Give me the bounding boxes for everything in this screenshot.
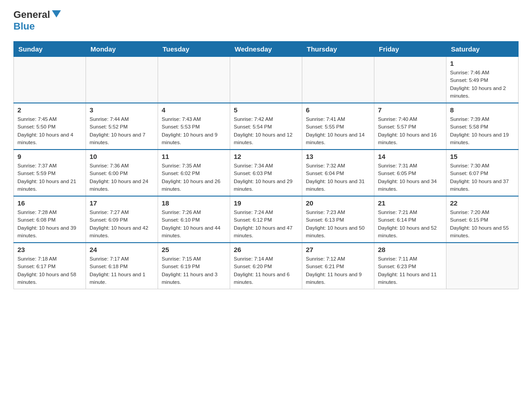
calendar-cell: 9Sunrise: 7:37 AMSunset: 5:59 PMDaylight… xyxy=(14,150,86,196)
calendar-cell: 13Sunrise: 7:32 AMSunset: 6:04 PMDayligh… xyxy=(302,150,374,196)
calendar-cell xyxy=(446,243,519,289)
calendar-cell: 3Sunrise: 7:44 AMSunset: 5:52 PMDaylight… xyxy=(86,103,158,150)
day-info: Sunrise: 7:17 AMSunset: 6:18 PMDaylight:… xyxy=(90,255,154,286)
calendar-cell xyxy=(158,57,230,103)
day-number: 24 xyxy=(90,246,154,253)
calendar-cell: 16Sunrise: 7:28 AMSunset: 6:08 PMDayligh… xyxy=(14,196,86,243)
day-info: Sunrise: 7:23 AMSunset: 6:13 PMDaylight:… xyxy=(306,209,370,240)
weekday-header-wednesday: Wednesday xyxy=(230,42,302,57)
calendar-cell: 20Sunrise: 7:23 AMSunset: 6:13 PMDayligh… xyxy=(302,196,374,243)
day-info: Sunrise: 7:30 AMSunset: 6:07 PMDaylight:… xyxy=(450,162,515,193)
day-info: Sunrise: 7:42 AMSunset: 5:54 PMDaylight:… xyxy=(234,116,298,146)
calendar-week-row: 2Sunrise: 7:45 AMSunset: 5:50 PMDaylight… xyxy=(14,103,519,150)
day-info: Sunrise: 7:18 AMSunset: 6:17 PMDaylight:… xyxy=(17,255,82,286)
day-number: 18 xyxy=(162,199,226,207)
calendar-cell: 23Sunrise: 7:18 AMSunset: 6:17 PMDayligh… xyxy=(14,243,86,289)
calendar-cell: 14Sunrise: 7:31 AMSunset: 6:05 PMDayligh… xyxy=(374,150,446,196)
calendar-cell: 4Sunrise: 7:43 AMSunset: 5:53 PMDaylight… xyxy=(158,103,230,150)
calendar-cell xyxy=(230,57,302,103)
page-header: General Blue xyxy=(13,9,519,32)
calendar-week-row: 1Sunrise: 7:46 AMSunset: 5:49 PMDaylight… xyxy=(14,57,519,103)
day-number: 3 xyxy=(90,106,154,114)
logo-general: General xyxy=(13,9,50,21)
day-number: 16 xyxy=(17,199,82,207)
day-number: 5 xyxy=(234,106,298,114)
calendar-cell: 25Sunrise: 7:15 AMSunset: 6:19 PMDayligh… xyxy=(158,243,230,289)
calendar-week-row: 9Sunrise: 7:37 AMSunset: 5:59 PMDaylight… xyxy=(14,150,519,196)
day-info: Sunrise: 7:32 AMSunset: 6:04 PMDaylight:… xyxy=(306,162,370,193)
day-number: 17 xyxy=(90,199,154,207)
weekday-header-row: SundayMondayTuesdayWednesdayThursdayFrid… xyxy=(14,42,519,57)
day-number: 26 xyxy=(234,246,298,253)
day-info: Sunrise: 7:36 AMSunset: 6:00 PMDaylight:… xyxy=(90,162,154,193)
logo-blue: Blue xyxy=(13,21,35,32)
day-info: Sunrise: 7:39 AMSunset: 5:58 PMDaylight:… xyxy=(450,116,515,146)
day-info: Sunrise: 7:37 AMSunset: 5:59 PMDaylight:… xyxy=(17,162,82,193)
calendar-cell: 10Sunrise: 7:36 AMSunset: 6:00 PMDayligh… xyxy=(86,150,158,196)
day-number: 9 xyxy=(17,153,82,160)
logo: General Blue xyxy=(13,9,61,32)
calendar-cell: 6Sunrise: 7:41 AMSunset: 5:55 PMDaylight… xyxy=(302,103,374,150)
calendar-week-row: 23Sunrise: 7:18 AMSunset: 6:17 PMDayligh… xyxy=(14,243,519,289)
calendar-cell: 11Sunrise: 7:35 AMSunset: 6:02 PMDayligh… xyxy=(158,150,230,196)
calendar-cell: 22Sunrise: 7:20 AMSunset: 6:15 PMDayligh… xyxy=(446,196,519,243)
calendar-cell xyxy=(86,57,158,103)
day-number: 6 xyxy=(306,106,370,114)
weekday-header-friday: Friday xyxy=(374,42,446,57)
day-info: Sunrise: 7:43 AMSunset: 5:53 PMDaylight:… xyxy=(162,116,226,146)
calendar-cell: 12Sunrise: 7:34 AMSunset: 6:03 PMDayligh… xyxy=(230,150,302,196)
weekday-header-saturday: Saturday xyxy=(446,42,519,57)
calendar-cell xyxy=(14,57,86,103)
day-number: 8 xyxy=(450,106,515,114)
calendar-table: SundayMondayTuesdayWednesdayThursdayFrid… xyxy=(13,41,519,289)
calendar-cell: 17Sunrise: 7:27 AMSunset: 6:09 PMDayligh… xyxy=(86,196,158,243)
calendar-cell: 15Sunrise: 7:30 AMSunset: 6:07 PMDayligh… xyxy=(446,150,519,196)
calendar-cell: 2Sunrise: 7:45 AMSunset: 5:50 PMDaylight… xyxy=(14,103,86,150)
logo-triangle-icon xyxy=(52,10,61,17)
day-number: 15 xyxy=(450,153,515,160)
day-number: 27 xyxy=(306,246,370,253)
day-number: 19 xyxy=(234,199,298,207)
day-info: Sunrise: 7:15 AMSunset: 6:19 PMDaylight:… xyxy=(162,255,226,286)
day-number: 4 xyxy=(162,106,226,114)
calendar-cell: 7Sunrise: 7:40 AMSunset: 5:57 PMDaylight… xyxy=(374,103,446,150)
day-number: 14 xyxy=(378,153,442,160)
weekday-header-thursday: Thursday xyxy=(302,42,374,57)
day-number: 25 xyxy=(162,246,226,253)
calendar-cell: 24Sunrise: 7:17 AMSunset: 6:18 PMDayligh… xyxy=(86,243,158,289)
day-number: 2 xyxy=(17,106,82,114)
calendar-week-row: 16Sunrise: 7:28 AMSunset: 6:08 PMDayligh… xyxy=(14,196,519,243)
day-number: 23 xyxy=(17,246,82,253)
day-info: Sunrise: 7:24 AMSunset: 6:12 PMDaylight:… xyxy=(234,209,298,240)
weekday-header-monday: Monday xyxy=(86,42,158,57)
day-number: 28 xyxy=(378,246,442,253)
weekday-header-sunday: Sunday xyxy=(14,42,86,57)
day-info: Sunrise: 7:21 AMSunset: 6:14 PMDaylight:… xyxy=(378,209,442,240)
calendar-cell: 28Sunrise: 7:11 AMSunset: 6:23 PMDayligh… xyxy=(374,243,446,289)
day-number: 12 xyxy=(234,153,298,160)
day-info: Sunrise: 7:44 AMSunset: 5:52 PMDaylight:… xyxy=(90,116,154,146)
day-info: Sunrise: 7:35 AMSunset: 6:02 PMDaylight:… xyxy=(162,162,226,193)
day-info: Sunrise: 7:31 AMSunset: 6:05 PMDaylight:… xyxy=(378,162,442,193)
calendar-cell: 21Sunrise: 7:21 AMSunset: 6:14 PMDayligh… xyxy=(374,196,446,243)
day-number: 21 xyxy=(378,199,442,207)
calendar-cell: 26Sunrise: 7:14 AMSunset: 6:20 PMDayligh… xyxy=(230,243,302,289)
calendar-cell: 27Sunrise: 7:12 AMSunset: 6:21 PMDayligh… xyxy=(302,243,374,289)
day-number: 1 xyxy=(450,60,515,67)
weekday-header-tuesday: Tuesday xyxy=(158,42,230,57)
day-info: Sunrise: 7:34 AMSunset: 6:03 PMDaylight:… xyxy=(234,162,298,193)
day-info: Sunrise: 7:26 AMSunset: 6:10 PMDaylight:… xyxy=(162,209,226,240)
calendar-cell: 5Sunrise: 7:42 AMSunset: 5:54 PMDaylight… xyxy=(230,103,302,150)
calendar-cell xyxy=(302,57,374,103)
day-info: Sunrise: 7:27 AMSunset: 6:09 PMDaylight:… xyxy=(90,209,154,240)
calendar-cell xyxy=(374,57,446,103)
day-number: 7 xyxy=(378,106,442,114)
day-number: 22 xyxy=(450,199,515,207)
day-info: Sunrise: 7:28 AMSunset: 6:08 PMDaylight:… xyxy=(17,209,82,240)
day-number: 11 xyxy=(162,153,226,160)
calendar-cell: 8Sunrise: 7:39 AMSunset: 5:58 PMDaylight… xyxy=(446,103,519,150)
day-info: Sunrise: 7:45 AMSunset: 5:50 PMDaylight:… xyxy=(17,116,82,146)
day-info: Sunrise: 7:12 AMSunset: 6:21 PMDaylight:… xyxy=(306,255,370,286)
day-number: 10 xyxy=(90,153,154,160)
day-number: 20 xyxy=(306,199,370,207)
